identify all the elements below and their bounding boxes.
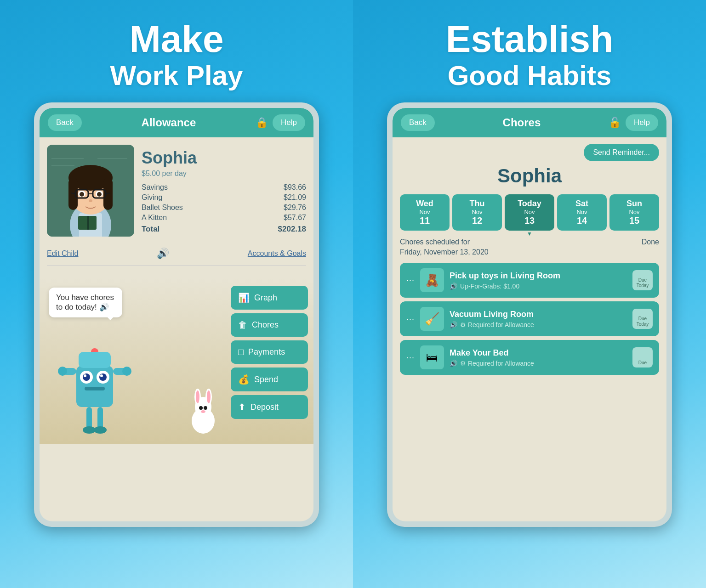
chore-sub-text: ⚙ Required for Allowance — [460, 360, 534, 367]
menu-btn-label: Chores — [252, 320, 279, 330]
left-nav-bar: Back Allowance 🔒 Help — [40, 108, 313, 137]
left-title-large: Make — [129, 18, 223, 60]
date-cell[interactable]: Wed Nov 11 — [400, 194, 450, 231]
svg-point-47 — [199, 406, 203, 410]
date-row: Wed Nov 11 Thu Nov 12 Today Nov 13 Sat N… — [400, 194, 659, 231]
svg-point-28 — [100, 374, 103, 377]
date-day: Today — [507, 199, 552, 209]
speech-bubble: You have chores to do today! 🔊 — [49, 288, 122, 317]
rabbit-character — [185, 389, 222, 435]
date-cell[interactable]: Sat Nov 14 — [557, 194, 607, 231]
accounts-list: Savings$93.66Giving$21.09Ballet Shoes$29… — [142, 183, 306, 222]
menu-btn-deposit[interactable]: ⬆Deposit — [231, 395, 308, 419]
speaker-icon[interactable]: 🔊 — [157, 248, 169, 260]
chores-date: Friday, November 13, 2020 — [400, 248, 489, 256]
left-nav-right: 🔒 Help — [256, 114, 305, 131]
robot-character — [53, 306, 136, 444]
character-area: You have chores to do today! 🔊 — [40, 278, 231, 444]
chore-sub-icon: 🔊 — [450, 283, 457, 290]
account-row: Savings$93.66 — [142, 183, 306, 192]
date-day: Sat — [560, 199, 604, 209]
account-label: Giving — [142, 193, 162, 202]
date-month: Nov — [455, 209, 499, 215]
chore-checkbox[interactable]: Due — [632, 347, 653, 368]
profile-section: Sophia $5.00 per day Savings$93.66Giving… — [47, 145, 306, 237]
right-nav-bar: Back Chores 🔓 Help — [393, 108, 666, 137]
chore-checkbox[interactable]: DueToday — [632, 270, 653, 290]
chores-child-name: Sophia — [400, 165, 659, 187]
menu-btn-label: Deposit — [251, 402, 279, 412]
left-help-button[interactable]: Help — [273, 114, 305, 131]
chore-item: ··· 🧸 Pick up toys in Living Room 🔊 Up-F… — [400, 263, 659, 298]
menu-btn-payments[interactable]: □Payments — [231, 340, 308, 364]
menu-btn-chores[interactable]: 🗑Chores — [231, 313, 308, 337]
chore-sub: 🔊 Up-For-Grabs: $1.00 — [450, 283, 627, 290]
right-title-large: Establish — [446, 18, 614, 60]
svg-point-45 — [196, 390, 199, 403]
due-today-label: Due — [638, 360, 647, 366]
account-amount: $21.09 — [284, 193, 306, 202]
actions-row: Edit Child 🔊 Accounts & Goals — [47, 244, 306, 266]
date-day: Wed — [403, 199, 447, 209]
total-amount: $202.18 — [278, 225, 306, 234]
right-panel: Establish Good Habits Back Chores 🔓 Help… — [353, 0, 706, 588]
chore-dots: ··· — [406, 276, 415, 285]
edit-child-link[interactable]: Edit Child — [47, 249, 78, 258]
send-reminder-button[interactable]: Send Reminder... — [584, 144, 659, 161]
svg-point-36 — [122, 367, 131, 376]
chore-sub: 🔊 ⚙ Required for Allowance — [450, 321, 627, 328]
chore-dots: ··· — [406, 353, 415, 362]
chore-info: Make Your Bed 🔊 ⚙ Required for Allowance — [450, 348, 627, 367]
date-cell[interactable]: Thu Nov 12 — [452, 194, 502, 231]
chore-checkbox[interactable]: DueToday — [632, 309, 653, 329]
chore-sub-icon: 🔊 — [450, 321, 457, 328]
right-phone-inner: Back Chores 🔓 Help Send Reminder... Soph… — [393, 108, 666, 521]
svg-point-18 — [97, 192, 102, 197]
due-today-label: DueToday — [637, 316, 649, 327]
account-row: Giving$21.09 — [142, 193, 306, 202]
unlock-icon: 🔓 — [609, 117, 621, 129]
left-panel: Make Work Play Back Allowance 🔒 Help — [0, 0, 353, 588]
per-day: $5.00 per day — [142, 170, 306, 178]
menu-btn-icon: ⬆ — [238, 401, 246, 413]
bottom-section: You have chores to do today! 🔊 — [40, 278, 313, 444]
info-section: Sophia $5.00 per day Savings$93.66Giving… — [142, 145, 306, 237]
accounts-goals-link[interactable]: Accounts & Goals — [248, 249, 306, 258]
svg-point-19 — [89, 199, 92, 202]
menu-btn-icon: 🗑 — [238, 320, 247, 330]
chore-sub-text: Up-For-Grabs: $1.00 — [460, 283, 519, 290]
chore-dots: ··· — [406, 314, 415, 324]
menu-btn-icon: 📊 — [238, 292, 250, 303]
svg-point-40 — [94, 426, 107, 434]
menu-btn-icon: □ — [238, 347, 244, 357]
chore-sub-icon: 🔊 — [450, 360, 457, 367]
svg-point-49 — [201, 410, 205, 413]
menu-btn-label: Spend — [254, 375, 278, 384]
menu-btn-graph[interactable]: 📊Graph — [231, 286, 308, 310]
right-help-button[interactable]: Help — [626, 114, 658, 131]
chore-info: Pick up toys in Living Room 🔊 Up-For-Gra… — [450, 271, 627, 290]
chore-title: Make Your Bed — [450, 348, 627, 358]
left-back-button[interactable]: Back — [48, 114, 82, 131]
svg-point-39 — [83, 426, 96, 434]
date-cell[interactable]: Sun Nov 15 — [609, 194, 659, 231]
account-amount: $93.66 — [284, 183, 306, 192]
total-label: Total — [142, 225, 159, 234]
child-name-left: Sophia — [142, 148, 306, 168]
date-month: Nov — [507, 209, 552, 215]
left-phone-inner: Back Allowance 🔒 Help — [40, 108, 313, 521]
left-phone-frame: Back Allowance 🔒 Help — [34, 102, 319, 527]
chore-title: Pick up toys in Living Room — [450, 271, 627, 281]
right-back-button[interactable]: Back — [401, 114, 435, 131]
chore-info: Vacuum Living Room 🔊 ⚙ Required for Allo… — [450, 310, 627, 328]
chore-item: ··· 🛏 Make Your Bed 🔊 ⚙ Required for All… — [400, 340, 659, 375]
svg-point-25 — [83, 373, 90, 381]
date-num: 11 — [403, 215, 447, 226]
menu-btn-spend[interactable]: 💰Spend — [231, 368, 308, 391]
total-row: Total $202.18 — [142, 225, 306, 234]
chore-thumb: 🛏 — [420, 345, 444, 369]
svg-point-35 — [58, 367, 67, 376]
svg-rect-29 — [85, 387, 105, 390]
date-cell-today[interactable]: Today Nov 13 — [505, 194, 554, 231]
chore-thumb: 🧸 — [420, 268, 444, 292]
